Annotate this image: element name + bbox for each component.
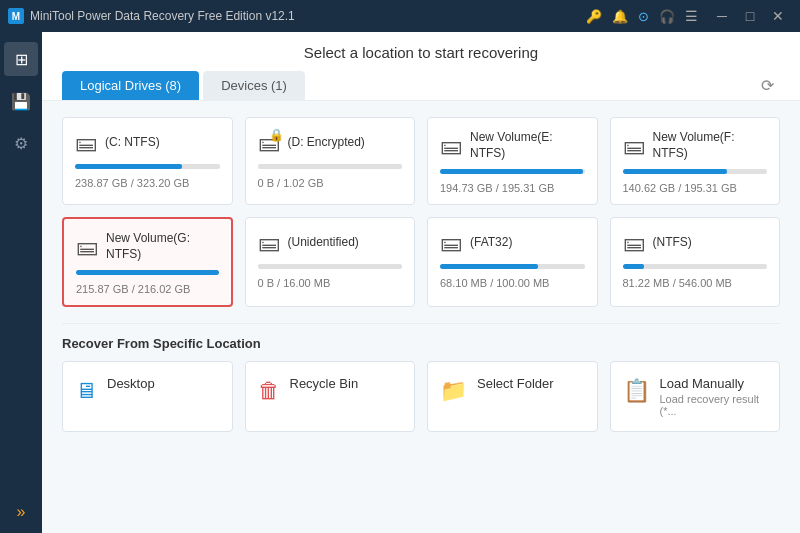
headphone-icon[interactable]: 🎧	[659, 9, 675, 24]
drive-fat32-bar	[440, 264, 585, 269]
tab-devices[interactable]: Devices (1)	[203, 71, 305, 100]
drive-card-f-header: 🖴 New Volume(F: NTFS)	[623, 130, 768, 161]
drive-ntfs-name: (NTFS)	[653, 235, 768, 251]
desktop-label: Desktop	[107, 376, 220, 391]
drive-card-ntfs-header: 🖴 (NTFS)	[623, 230, 768, 256]
section-divider	[62, 323, 780, 324]
drive-f-info: New Volume(F: NTFS)	[653, 130, 768, 161]
drive-card-d[interactable]: 🖴🔒 (D: Encrypted) 0 B / 1.02 GB	[245, 117, 416, 205]
drive-c-info: (C: NTFS)	[105, 135, 220, 151]
sidebar: ⊞ 💾 ⚙ »	[0, 32, 42, 533]
drive-e-size: 194.73 GB / 195.31 GB	[440, 182, 585, 194]
main-content: Select a location to start recovering Lo…	[42, 32, 800, 533]
folder-text: Select Folder	[477, 376, 585, 391]
drive-card-g[interactable]: 🖴 New Volume(G: NTFS) 215.87 GB / 216.02…	[62, 217, 233, 307]
bell-icon[interactable]: 🔔	[612, 9, 628, 24]
drive-g-size: 215.87 GB / 216.02 GB	[76, 283, 219, 295]
home-icon: ⊞	[15, 50, 28, 69]
drive-card-g-header: 🖴 New Volume(G: NTFS)	[76, 231, 219, 262]
drive-c-size: 238.87 GB / 323.20 GB	[75, 177, 220, 189]
drive-f-bar-fill	[623, 169, 727, 174]
drives-section: 🖴 (C: NTFS) 238.87 GB / 323.20 GB 🖴🔒	[42, 101, 800, 323]
drive-fat32-name: (FAT32)	[470, 235, 585, 251]
drive-c-icon: 🖴	[75, 130, 97, 156]
drive-d-name: (D: Encrypted)	[288, 135, 403, 151]
drive-d-bar	[258, 164, 403, 169]
drive-g-bar	[76, 270, 219, 275]
drive-d-icon: 🖴🔒	[258, 130, 280, 156]
title-bar-icons: 🔑 🔔 ⊙ 🎧 ☰	[586, 8, 698, 24]
title-bar: M MiniTool Power Data Recovery Free Edit…	[0, 0, 800, 32]
drive-g-bar-fill	[76, 270, 219, 275]
drive-e-bar-fill	[440, 169, 583, 174]
menu-icon[interactable]: ☰	[685, 8, 698, 24]
drive-d-size: 0 B / 1.02 GB	[258, 177, 403, 189]
drive-c-bar-fill	[75, 164, 182, 169]
drive-card-f[interactable]: 🖴 New Volume(F: NTFS) 140.62 GB / 195.31…	[610, 117, 781, 205]
close-button[interactable]: ✕	[764, 6, 792, 26]
recycle-label: Recycle Bin	[290, 376, 403, 391]
tab-logical-drives[interactable]: Logical Drives (8)	[62, 71, 199, 100]
drive-ntfs-bar	[623, 264, 768, 269]
drive-card-unid-header: 🖴 (Unidentified)	[258, 230, 403, 256]
drive-unid-icon: 🖴	[258, 230, 280, 256]
drive-card-c[interactable]: 🖴 (C: NTFS) 238.87 GB / 323.20 GB	[62, 117, 233, 205]
drive-e-info: New Volume(E: NTFS)	[470, 130, 585, 161]
drive-c-name: (C: NTFS)	[105, 135, 220, 151]
svg-text:M: M	[12, 11, 20, 22]
desktop-icon: 🖥	[75, 378, 97, 404]
specific-card-recycle[interactable]: 🗑 Recycle Bin	[245, 361, 416, 432]
drive-card-fat32[interactable]: 🖴 (FAT32) 68.10 MB / 100.00 MB	[427, 217, 598, 307]
drive-c-bar	[75, 164, 220, 169]
drive-f-bar	[623, 169, 768, 174]
drive-f-name: New Volume(F: NTFS)	[653, 130, 768, 161]
title-bar-text: MiniTool Power Data Recovery Free Editio…	[30, 9, 586, 23]
drive-card-ntfs[interactable]: 🖴 (NTFS) 81.22 MB / 546.00 MB	[610, 217, 781, 307]
drive-ntfs-bar-fill	[623, 264, 645, 269]
drive-e-bar	[440, 169, 585, 174]
load-sub: Load recovery result (*...	[660, 393, 768, 417]
load-icon: 📋	[623, 378, 650, 404]
drive-unid-info: (Unidentified)	[288, 235, 403, 251]
drive-card-d-header: 🖴🔒 (D: Encrypted)	[258, 130, 403, 156]
refresh-button[interactable]: ⟳	[755, 72, 780, 99]
chevron-icon[interactable]: »	[17, 503, 26, 520]
sidebar-item-home[interactable]: ⊞	[4, 42, 38, 76]
folder-label: Select Folder	[477, 376, 585, 391]
drive-card-e-header: 🖴 New Volume(E: NTFS)	[440, 130, 585, 161]
drive-card-c-header: 🖴 (C: NTFS)	[75, 130, 220, 156]
settings-icon: ⚙	[14, 134, 28, 153]
minimize-button[interactable]: ─	[708, 6, 736, 26]
drive-d-info: (D: Encrypted)	[288, 135, 403, 151]
recycle-icon: 🗑	[258, 378, 280, 404]
drive-fat32-size: 68.10 MB / 100.00 MB	[440, 277, 585, 289]
drives-grid: 🖴 (C: NTFS) 238.87 GB / 323.20 GB 🖴🔒	[62, 117, 780, 307]
drive-g-info: New Volume(G: NTFS)	[106, 231, 219, 262]
drive-g-name: New Volume(G: NTFS)	[106, 231, 219, 262]
recycle-text: Recycle Bin	[290, 376, 403, 391]
specific-card-folder[interactable]: 📁 Select Folder	[427, 361, 598, 432]
desktop-text: Desktop	[107, 376, 220, 391]
drive-card-e[interactable]: 🖴 New Volume(E: NTFS) 194.73 GB / 195.31…	[427, 117, 598, 205]
sidebar-item-settings[interactable]: ⚙	[4, 126, 38, 160]
drive-f-size: 140.62 GB / 195.31 GB	[623, 182, 768, 194]
drive-ntfs-icon: 🖴	[623, 230, 645, 256]
app-container: ⊞ 💾 ⚙ » Select a location to start recov…	[0, 32, 800, 533]
circle-icon[interactable]: ⊙	[638, 9, 649, 24]
load-label: Load Manually	[660, 376, 768, 391]
drive-icon: 💾	[11, 92, 31, 111]
specific-card-desktop[interactable]: 🖥 Desktop	[62, 361, 233, 432]
drive-card-unid[interactable]: 🖴 (Unidentified) 0 B / 16.00 MB	[245, 217, 416, 307]
specific-card-load[interactable]: 📋 Load Manually Load recovery result (*.…	[610, 361, 781, 432]
load-text: Load Manually Load recovery result (*...	[660, 376, 768, 417]
specific-section-title: Recover From Specific Location	[62, 336, 780, 351]
drive-fat32-icon: 🖴	[440, 230, 462, 256]
key-icon[interactable]: 🔑	[586, 9, 602, 24]
specific-grid: 🖥 Desktop 🗑 Recycle Bin 📁 Sele	[62, 361, 780, 432]
sidebar-item-drive[interactable]: 💾	[4, 84, 38, 118]
drive-fat32-bar-fill	[440, 264, 538, 269]
drive-fat32-info: (FAT32)	[470, 235, 585, 251]
drive-ntfs-info: (NTFS)	[653, 235, 768, 251]
maximize-button[interactable]: □	[736, 6, 764, 26]
drive-unid-bar	[258, 264, 403, 269]
